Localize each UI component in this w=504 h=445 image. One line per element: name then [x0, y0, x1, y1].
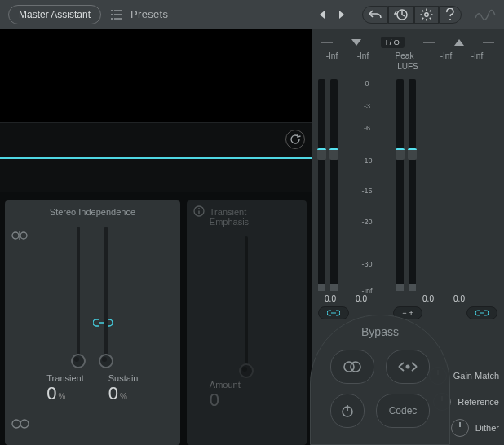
in-peak-l: -Inf — [320, 51, 344, 60]
master-assistant-button[interactable]: Master Assistant — [8, 5, 101, 24]
level-scale: 0-3-6-10-15-20-30-Inf — [352, 79, 382, 291]
svg-point-27 — [406, 365, 410, 369]
help-button[interactable] — [439, 6, 462, 24]
svg-point-7 — [425, 12, 428, 15]
scale-tick: -30 — [352, 260, 382, 268]
scale-tick: -10 — [352, 156, 382, 165]
undo-button[interactable] — [362, 6, 388, 24]
power-button[interactable] — [330, 394, 365, 428]
sustain-value[interactable]: 0 — [108, 383, 118, 404]
amount-label: Amount — [210, 380, 302, 390]
level-meters-panel: I / O -Inf -Inf Peak -Inf -Inf LUFS 0-3-… — [312, 29, 504, 445]
gain-out-l[interactable]: 0.0 — [416, 294, 440, 303]
sustain-unit: % — [120, 392, 127, 401]
svg-point-26 — [351, 362, 360, 372]
output-link-button[interactable] — [466, 306, 497, 319]
swap-button[interactable] — [386, 350, 430, 384]
stereo-independence-panel: Stereo Independence Tr — [5, 200, 180, 445]
bypass-label: Bypass — [311, 325, 449, 338]
wave-icon — [475, 7, 496, 22]
in-peak-r: -Inf — [351, 51, 375, 60]
svg-point-18 — [20, 232, 27, 239]
input-meter-r[interactable] — [330, 79, 338, 291]
dither-toggle[interactable] — [451, 419, 469, 437]
gain-out-r[interactable]: 0.0 — [447, 294, 471, 303]
link-icon[interactable] — [93, 318, 113, 329]
waveform-refresh-button[interactable] — [285, 130, 305, 149]
dither-label: Dither — [475, 423, 499, 433]
minus-label: − — [402, 309, 406, 317]
input-tri-icon — [351, 39, 361, 46]
waveform-display — [0, 123, 312, 192]
stereo-round-button[interactable] — [330, 350, 374, 384]
gain-in-r[interactable]: 0.0 — [349, 294, 374, 303]
scale-tick: -Inf — [352, 287, 382, 295]
svg-line-13 — [430, 17, 431, 19]
history-button[interactable] — [388, 6, 414, 24]
scale-tick: -6 — [352, 124, 382, 132]
stereo-field-icon — [11, 230, 28, 243]
svg-point-17 — [12, 232, 19, 239]
transient-emphasis-panel: Transient Emphasis Amount 0 — [187, 200, 307, 445]
svg-point-23 — [198, 208, 200, 209]
svg-point-21 — [20, 420, 29, 428]
settings-button[interactable] — [414, 6, 439, 24]
input-meter-l[interactable] — [318, 79, 325, 291]
output-meter-l[interactable] — [396, 79, 404, 291]
output-tri-icon — [454, 39, 464, 46]
output-meter-r[interactable] — [409, 79, 416, 291]
preset-prev-button[interactable] — [316, 9, 328, 20]
lufs-label: LUFS — [315, 62, 501, 71]
svg-point-20 — [12, 420, 20, 428]
svg-line-14 — [422, 17, 424, 19]
reference-label: Reference — [458, 397, 499, 407]
scale-tick: -15 — [352, 187, 382, 195]
svg-line-12 — [422, 10, 424, 11]
svg-point-16 — [449, 18, 451, 20]
out-peak-r: -Inf — [465, 51, 489, 60]
panel-title-line2: Emphasis — [210, 217, 302, 227]
out-peak-l: -Inf — [434, 51, 458, 60]
bypass-bubble: Bypass Codec — [310, 315, 450, 445]
output-tick2-icon — [483, 42, 494, 43]
plus-label: + — [409, 309, 413, 317]
toolbar — [362, 6, 462, 24]
panel-title-line1: Transient — [210, 207, 302, 217]
spectrum-display — [0, 29, 312, 123]
scale-tick: -20 — [352, 218, 382, 226]
waveform-line — [0, 157, 312, 159]
preset-browser-button[interactable]: Presets — [111, 8, 168, 20]
sustain-slider[interactable] — [104, 227, 108, 365]
gain-match-label: Gain Match — [453, 371, 499, 381]
codec-button[interactable]: Codec — [376, 394, 430, 428]
view-icon[interactable] — [11, 419, 29, 430]
transient-value[interactable]: 0 — [46, 383, 56, 404]
preset-list-icon — [111, 10, 122, 20]
input-link-button[interactable] — [318, 306, 349, 319]
amount-slider[interactable] — [245, 236, 248, 375]
peak-label: Peak — [382, 51, 427, 60]
io-chip[interactable]: I / O — [381, 37, 405, 48]
info-icon[interactable] — [193, 205, 205, 218]
transient-label: Transient — [46, 373, 83, 383]
sustain-label: Sustain — [108, 373, 139, 383]
top-bar: Master Assistant Presets — [0, 0, 504, 29]
gain-in-l[interactable]: 0.0 — [318, 294, 343, 303]
transient-slider[interactable] — [77, 227, 80, 365]
amount-value[interactable]: 0 — [210, 390, 219, 411]
transient-unit: % — [59, 392, 66, 401]
svg-line-15 — [430, 10, 431, 11]
input-tick-icon — [321, 42, 333, 43]
output-tick-icon — [423, 42, 435, 43]
preset-next-button[interactable] — [336, 9, 347, 20]
scale-tick: 0 — [352, 79, 382, 87]
scale-tick: -3 — [352, 102, 382, 110]
presets-label: Presets — [130, 8, 168, 20]
panel-title: Stereo Independence — [10, 207, 175, 217]
